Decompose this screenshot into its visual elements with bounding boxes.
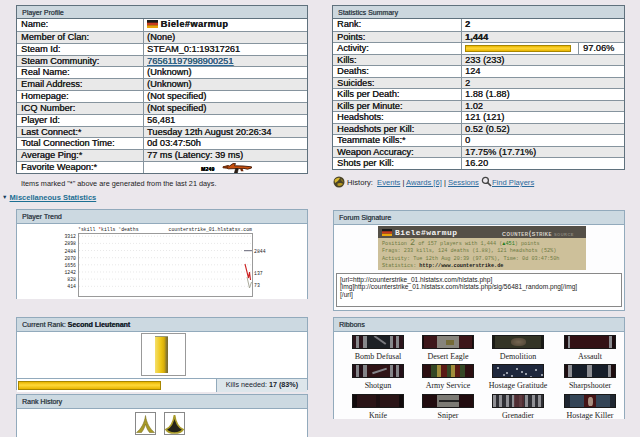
svg-text:2070: 2070 [64,256,76,261]
svg-text:3312: 3312 [64,234,76,239]
svg-text:137: 137 [254,271,263,276]
svg-text:2484: 2484 [64,249,76,254]
svg-text:*skill *kills *deaths: *skill *kills *deaths [78,227,139,232]
svg-text:2844: 2844 [254,249,266,254]
svg-text:counterstrike_01.hlstatsx.com: counterstrike_01.hlstatsx.com [169,227,253,232]
svg-text:73: 73 [254,283,260,288]
svg-text:1656: 1656 [64,263,76,268]
svg-text:1242: 1242 [64,270,76,275]
svg-text:828: 828 [67,277,76,282]
svg-text:414: 414 [67,284,76,289]
svg-text:2898: 2898 [64,241,76,246]
